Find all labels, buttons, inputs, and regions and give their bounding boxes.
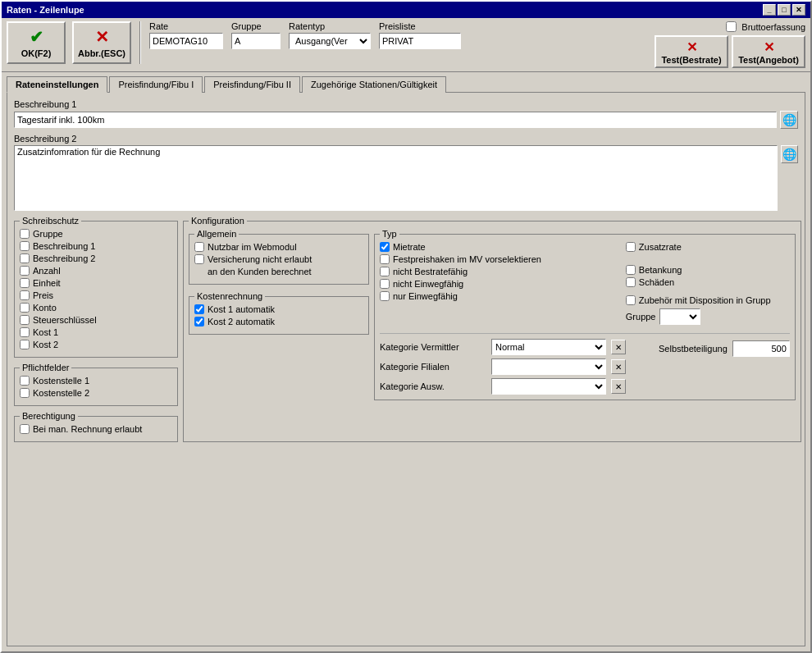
selbst-input[interactable] [732, 340, 790, 357]
gruppe-field-group: Gruppe [231, 21, 281, 49]
schreibschutz-kost2-checkbox[interactable] [20, 340, 30, 349]
beschreibung2-textarea[interactable]: Zusatzinfomration für die Rechnung [14, 145, 778, 211]
typ-mietrate: Mietrate [380, 242, 609, 252]
typ-gruppe-select[interactable] [659, 308, 700, 325]
typ-mietrate-checkbox[interactable] [380, 242, 390, 252]
allgemein-fieldset: Allgemein Nutzbar im Webmodul Versicheru… [189, 229, 369, 285]
schreibschutz-beschreibung1: Beschreibung 1 [20, 241, 172, 251]
preisliste-field-group: Preisliste [379, 21, 461, 49]
rate-label: Rate [149, 21, 223, 31]
test-bestrate-button[interactable]: ✕ Test(Bestrate) [655, 35, 728, 68]
typ-festpreis-checkbox[interactable] [380, 254, 390, 264]
abbr-button[interactable]: ✕ Abbr.(ESC) [72, 21, 131, 64]
test-angebot-button[interactable]: ✕ Test(Angebot) [732, 35, 805, 68]
kategorie-ausw-clear[interactable]: ✕ [611, 379, 626, 394]
beschreibung2-row: Beschreibung 2 Zusatzinfomration für die… [14, 134, 798, 211]
ratentyp-label: Ratentyp [289, 21, 371, 31]
kategorie-section: Kategorie Vermittler Normal ✕ Kategorie … [380, 333, 790, 395]
berech-man-rechnung-checkbox[interactable] [20, 424, 30, 434]
typ-nicht-einweg-checkbox[interactable] [380, 279, 390, 289]
schreibschutz-einheit-checkbox[interactable] [20, 278, 30, 288]
schreibschutz-preis-checkbox[interactable] [20, 290, 30, 300]
kost1-auto: Kost 1 automatik [194, 304, 363, 314]
schreibschutz-steuerschluessel-checkbox[interactable] [20, 315, 30, 325]
tab-stationen[interactable]: Zugehörige Stationen/Gültigkeit [302, 76, 446, 93]
typ-left: Mietrate Festpreishaken im MV vorselekti… [380, 242, 609, 325]
schreibschutz-fieldset: Schreibschutz Gruppe Beschreibung 1 Besc… [14, 216, 178, 358]
kategorie-filialen-label: Kategorie Filialen [380, 362, 486, 372]
window-title: Raten - Zeilenlupe [7, 5, 84, 15]
kategorie-filialen-row: Kategorie Filialen ✕ [380, 358, 626, 375]
kategorie-and-selbst: Kategorie Vermittler Normal ✕ Kategorie … [380, 339, 790, 395]
kategorie-filialen-clear[interactable]: ✕ [611, 359, 626, 374]
beschreibung2-globe-button[interactable]: 🌐 [781, 145, 798, 163]
kost2-auto: Kost 2 automatik [194, 317, 363, 326]
bottom-sections: Schreibschutz Gruppe Beschreibung 1 Besc… [14, 216, 798, 442]
schreibschutz-einheit: Einheit [20, 278, 172, 288]
kost2-auto-checkbox[interactable] [194, 317, 204, 326]
pflicht-kostenstelle2-checkbox[interactable] [20, 388, 30, 398]
kategorie-vermittler-select[interactable]: Normal [491, 339, 606, 355]
toolbar-right-btns: ✕ Test(Bestrate) ✕ Test(Angebot) [655, 35, 805, 68]
gruppe-input[interactable] [231, 33, 281, 49]
kost1-auto-checkbox[interactable] [194, 304, 204, 314]
ratentyp-select[interactable]: Ausgang(Ver [289, 33, 371, 49]
tab-preisfindung1[interactable]: Preisfindung/Fibu I [109, 76, 203, 93]
brutto-checkbox[interactable] [726, 21, 737, 32]
schreibschutz-anzahl-checkbox[interactable] [20, 266, 30, 276]
typ-nicht-einweg: nicht Einwegfähig [380, 279, 609, 289]
ok-button[interactable]: ✔ OK(F2) [7, 21, 66, 64]
beschreibung1-input[interactable] [14, 112, 777, 128]
beschreibung2-input-group: Zusatzinfomration für die Rechnung 🌐 [14, 145, 798, 211]
tab-content: Beschreibung 1 🌐 Beschreibung 2 Zusatzin… [7, 92, 805, 646]
pflicht-kostenstelle1-checkbox[interactable] [20, 376, 30, 386]
preisliste-input[interactable] [379, 33, 461, 49]
schreibschutz-konto-checkbox[interactable] [20, 303, 30, 313]
typ-gruppe-row: Gruppe [626, 308, 790, 325]
typ-nicht-bestrate-checkbox[interactable] [380, 267, 390, 276]
kategorie-filialen-select[interactable] [491, 358, 606, 375]
kategorie-ausw-row: Kategorie Ausw. ✕ [380, 378, 626, 395]
allgemein-versicherung-checkbox[interactable] [194, 254, 204, 264]
tab-rateneinstellungen[interactable]: Rateneinstellungen [7, 76, 107, 93]
typ-schaeden-checkbox[interactable] [626, 277, 636, 287]
brutto-label: Bruttoerfassung [741, 22, 805, 32]
ok-icon: ✔ [30, 27, 43, 47]
kostenrechnung-fieldset: Kostenrechnung Kost 1 automatik Kost 2 a… [189, 291, 369, 335]
konfiguration-inner: Allgemein Nutzbar im Webmodul Versicheru… [189, 229, 796, 400]
schreibschutz-beschreibung2-checkbox[interactable] [20, 253, 30, 263]
maximize-button[interactable]: □ [778, 4, 791, 16]
berech-man-rechnung: Bei man. Rechnung erlaubt [20, 424, 172, 434]
typ-nur-einweg-checkbox[interactable] [380, 291, 390, 301]
beschreibung1-row: Beschreibung 1 🌐 [14, 99, 798, 129]
kategorie-vermittler-clear[interactable]: ✕ [611, 340, 626, 354]
toolbar-right-top: Bruttoerfassung [726, 21, 805, 32]
minimize-button[interactable]: _ [763, 4, 776, 16]
selbst-label: Selbstbeteiligung [659, 344, 728, 354]
abbr-icon: ✕ [95, 27, 109, 47]
rate-input[interactable] [149, 33, 223, 49]
schreibschutz-kost1-checkbox[interactable] [20, 327, 30, 337]
typ-zusatzrate-checkbox[interactable] [626, 242, 636, 252]
kategorie-ausw-select[interactable] [491, 378, 606, 395]
tab-preisfindung2[interactable]: Preisfindung/Fibu II [204, 76, 300, 93]
typ-zubehor-checkbox[interactable] [626, 295, 636, 305]
kategorie-vermittler-label: Kategorie Vermittler [380, 342, 486, 352]
close-button[interactable]: ✕ [792, 4, 805, 16]
title-bar: Raten - Zeilenlupe _ □ ✕ [2, 2, 810, 18]
typ-zubehor: Zubehör mit Disposition in Grupp [626, 295, 790, 305]
typ-nicht-bestrate: nicht Bestratefähig [380, 267, 609, 276]
berechtigung-legend: Berechtigung [20, 411, 78, 421]
test-bestrate-icon: ✕ [687, 39, 697, 55]
typ-zusatzrate: Zusatzrate [626, 242, 790, 252]
schreibschutz-beschreibung1-checkbox[interactable] [20, 241, 30, 251]
allgemein-webmodul-checkbox[interactable] [194, 242, 204, 252]
toolbar: ✔ OK(F2) ✕ Abbr.(ESC) Rate Gruppe Ratent… [2, 18, 810, 72]
kategorie-vermittler-row: Kategorie Vermittler Normal ✕ [380, 339, 626, 355]
schreibschutz-gruppe-checkbox[interactable] [20, 229, 30, 239]
beschreibung1-globe-button[interactable]: 🌐 [780, 111, 798, 129]
typ-right: Zusatzrate Betankung Schäden [626, 242, 790, 325]
kategorie-ausw-label: Kategorie Ausw. [380, 381, 486, 391]
typ-betankung-checkbox[interactable] [626, 265, 636, 275]
allgemein-kunden: an den Kunden berechnet [208, 267, 363, 276]
